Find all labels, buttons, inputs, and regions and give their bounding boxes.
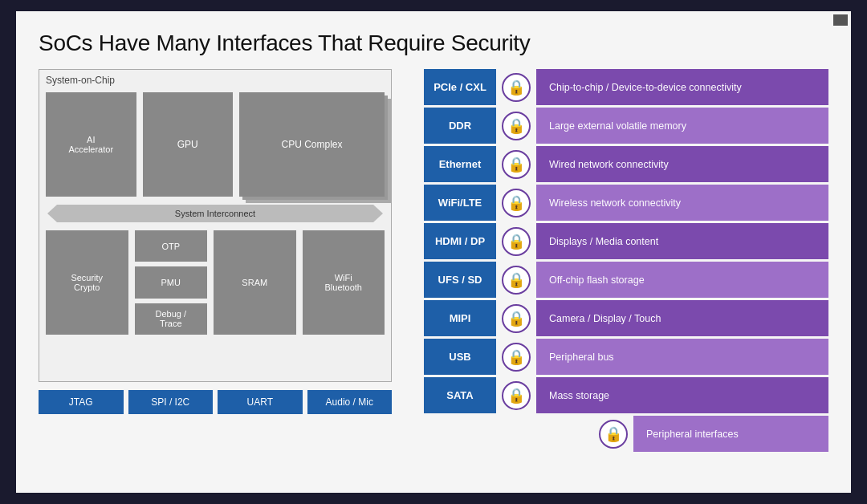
interface-row-0: PCIe / CXL 🔒 Chip-to-chip / Device-to-de… bbox=[424, 69, 828, 105]
sub-blocks-col: OTP PMU Debug / Trace bbox=[135, 230, 208, 335]
bus-audio: Audio / Mic bbox=[307, 390, 393, 414]
iface-desc-1: Large external volatile memory bbox=[536, 108, 828, 144]
lock-icon-5: 🔒 bbox=[502, 266, 531, 295]
iface-label-6: MIPI bbox=[424, 300, 496, 336]
otp-block: OTP bbox=[135, 230, 208, 262]
content-area: System-on-Chip AI Accelerator GPU CPU Co… bbox=[39, 69, 828, 478]
iface-desc-0: Chip-to-chip / Device-to-device connecti… bbox=[536, 69, 828, 105]
slide-title: SoCs Have Many Interfaces That Require S… bbox=[39, 30, 828, 56]
iface-desc-2: Wired network connectivity bbox=[536, 146, 828, 182]
iface-lock-8: 🔒 bbox=[496, 377, 536, 413]
interface-row-2: Ethernet 🔒 Wired network connectivity bbox=[424, 146, 828, 182]
iface-lock-7: 🔒 bbox=[496, 339, 536, 375]
iface-label-8: SATA bbox=[424, 377, 496, 413]
ai-block: AI Accelerator bbox=[46, 92, 136, 197]
lock-icon-0: 🔒 bbox=[502, 73, 531, 102]
iface-label-3: WiFi/LTE bbox=[424, 185, 496, 221]
iface-lock-6: 🔒 bbox=[496, 300, 536, 336]
interface-row-6: MIPI 🔒 Camera / Display / Touch bbox=[424, 300, 828, 336]
interface-row-8: SATA 🔒 Mass storage bbox=[424, 377, 828, 413]
iface-desc-5: Off-chip flash storage bbox=[536, 262, 828, 298]
iface-lock-1: 🔒 bbox=[496, 108, 536, 144]
iface-label-5: UFS / SD bbox=[424, 262, 496, 298]
interface-row-4: HDMI / DP 🔒 Displays / Media content bbox=[424, 223, 828, 259]
iface-desc-7: Peripheral bus bbox=[536, 339, 828, 375]
lock-icon-4: 🔒 bbox=[502, 227, 531, 256]
gpu-block: GPU bbox=[143, 92, 234, 197]
iface-label-0: PCIe / CXL bbox=[424, 69, 496, 105]
sram-block: SRAM bbox=[214, 230, 296, 335]
pmu-block: PMU bbox=[135, 266, 208, 298]
cpu-block: CPU Complex bbox=[239, 92, 385, 197]
interconnect-label: System Interconnect bbox=[175, 209, 255, 218]
iface-desc-6: Camera / Display / Touch bbox=[536, 300, 828, 336]
lock-icon-9: 🔒 bbox=[599, 420, 628, 449]
lock-icon-6: 🔒 bbox=[502, 304, 531, 333]
iface-label-7: USB bbox=[424, 339, 496, 375]
iface-lock-2: 🔒 bbox=[496, 146, 536, 182]
soc-bottom-row: Security Crypto OTP PMU Debug / Trace SR… bbox=[46, 230, 385, 335]
iface-lock-9: 🔒 bbox=[593, 416, 633, 452]
soc-label: System-on-Chip bbox=[46, 75, 115, 86]
iface-lock-4: 🔒 bbox=[496, 223, 536, 259]
cpu-stack: CPU Complex bbox=[239, 92, 385, 197]
interface-row-5: UFS / SD 🔒 Off-chip flash storage bbox=[424, 262, 828, 298]
lock-icon-3: 🔒 bbox=[502, 189, 531, 217]
iface-label-4: HDMI / DP bbox=[424, 223, 496, 259]
iface-desc-4: Displays / Media content bbox=[536, 223, 828, 259]
peripheral-spacer bbox=[424, 416, 593, 452]
iface-lock-5: 🔒 bbox=[496, 262, 536, 298]
security-crypto-block: Security Crypto bbox=[46, 230, 128, 335]
interconnect-row: System Interconnect bbox=[46, 205, 385, 222]
iface-lock-0: 🔒 bbox=[496, 69, 536, 105]
interface-row-9: 🔒 Peripheral interfaces bbox=[424, 416, 828, 452]
interface-row-7: USB 🔒 Peripheral bus bbox=[424, 339, 828, 375]
lock-icon-8: 🔒 bbox=[502, 381, 531, 410]
lock-icon-2: 🔒 bbox=[502, 150, 531, 179]
bus-uart: UART bbox=[218, 390, 303, 414]
iface-desc-8: Mass storage bbox=[536, 377, 828, 413]
soc-top-row: AI Accelerator GPU CPU Complex bbox=[46, 92, 385, 197]
debug-block: Debug / Trace bbox=[135, 303, 208, 335]
interface-row-1: DDR 🔒 Large external volatile memory bbox=[424, 108, 828, 144]
interface-row-3: WiFi/LTE 🔒 Wireless network connectivity bbox=[424, 185, 828, 221]
bus-spi: SPI / I2C bbox=[128, 390, 214, 414]
iface-label-1: DDR bbox=[424, 108, 496, 144]
iface-desc-9: Peripheral interfaces bbox=[633, 416, 828, 452]
bus-jtag: JTAG bbox=[39, 390, 124, 414]
iface-lock-3: 🔒 bbox=[496, 185, 536, 221]
soc-box: System-on-Chip AI Accelerator GPU CPU Co… bbox=[39, 69, 392, 382]
slide: SoCs Have Many Interfaces That Require S… bbox=[16, 11, 851, 493]
corner-mark bbox=[833, 14, 848, 26]
interface-table: PCIe / CXL 🔒 Chip-to-chip / Device-to-de… bbox=[424, 69, 828, 478]
soc-diagram: System-on-Chip AI Accelerator GPU CPU Co… bbox=[39, 69, 416, 478]
iface-desc-3: Wireless network connectivity bbox=[536, 185, 828, 221]
bus-row: JTAG SPI / I2C UART Audio / Mic bbox=[39, 390, 392, 414]
iface-label-2: Ethernet bbox=[424, 146, 496, 182]
wifi-bt-block: WiFi Bluetooth bbox=[303, 230, 385, 335]
lock-icon-7: 🔒 bbox=[502, 343, 531, 372]
lock-icon-1: 🔒 bbox=[502, 112, 531, 140]
